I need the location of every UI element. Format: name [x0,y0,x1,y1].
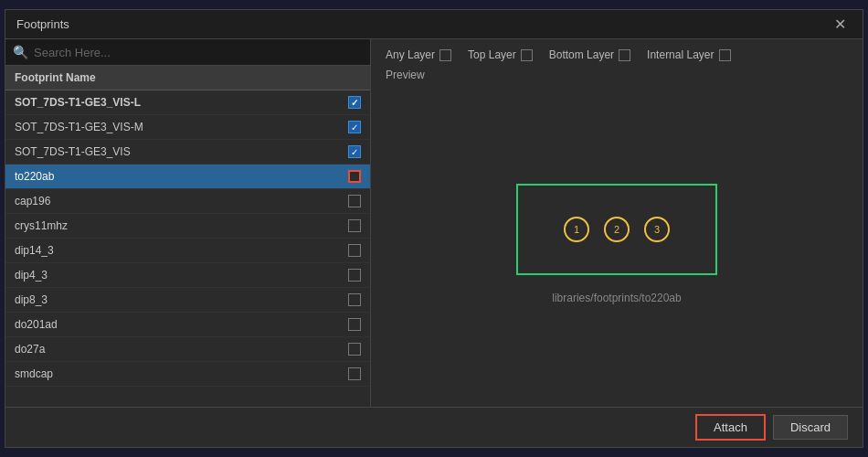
list-item[interactable]: SOT_7DS-T1-GE3_VIS-L [5,90,370,115]
list-item-name: do201ad [15,318,348,331]
list-item-checkbox[interactable] [348,367,361,380]
list-item[interactable]: SOT_7DS-T1-GE3_VIS-M [5,115,370,140]
list-item-checkbox[interactable] [348,219,361,232]
filter-item-bottom-layer: Bottom Layer [549,48,630,61]
pad-1: 1 [564,217,589,242]
list-item-name: crys11mhz [15,219,348,232]
filter-item-top-layer: Top Layer [468,48,533,61]
list-item-checkbox[interactable] [348,121,361,133]
list-item-name: dip14_3 [15,244,348,257]
footprints-dialog: Footprints ✕ 🔍 Footprint Name SOT_7DS-T1… [5,9,863,448]
close-button[interactable]: ✕ [829,16,852,34]
filter-checkbox-internal-layer[interactable] [719,49,731,61]
pad-3: 3 [644,217,670,242]
list-item-checkbox[interactable] [348,145,361,158]
preview-area: 123 libraries/footprints/to220ab [386,90,848,398]
list-item-name: smdcap [15,367,348,380]
filter-label-any-layer: Any Layer [386,48,435,61]
list-item[interactable]: smdcap [5,362,370,387]
search-input[interactable] [34,46,363,59]
list-item-checkbox[interactable] [348,195,361,207]
right-panel: Any LayerTop LayerBottom LayerInternal L… [371,39,863,407]
filter-item-any-layer: Any Layer [386,48,451,61]
list-item[interactable]: dip14_3 [5,239,370,263]
list-item-checkbox[interactable] [348,244,361,257]
list-item[interactable]: SOT_7DS-T1-GE3_VIS [5,140,370,165]
list-item-name: dip8_3 [15,293,348,306]
list-item-checkbox[interactable] [348,269,361,282]
list-item-name: dip4_3 [15,269,348,282]
list-item-name: SOT_7DS-T1-GE3_VIS-L [15,96,348,109]
filter-checkbox-bottom-layer[interactable] [619,49,630,61]
list-item-name: do27a [15,343,348,356]
list-item[interactable]: dip8_3 [5,288,370,313]
filter-label-internal-layer: Internal Layer [647,48,714,61]
list-item-name: SOT_7DS-T1-GE3_VIS [15,145,348,158]
bottom-bar: Attach Discard [5,407,863,447]
filter-item-internal-layer: Internal Layer [647,48,730,61]
filter-label-bottom-layer: Bottom Layer [549,48,614,61]
preview-label: Preview [386,69,848,81]
discard-button[interactable]: Discard [773,415,848,440]
list-item-name: cap196 [15,195,348,207]
list-item[interactable]: crys11mhz [5,214,370,239]
list-item[interactable]: to220ab [5,165,370,189]
dialog-title: Footprints [16,17,69,31]
attach-button[interactable]: Attach [695,414,766,441]
footprint-preview: 123 [516,184,717,275]
footprint-path: libraries/footprints/to220ab [552,292,681,304]
list-item-checkbox[interactable] [348,96,361,109]
filter-checkbox-top-layer[interactable] [521,49,533,61]
footprint-list[interactable]: SOT_7DS-T1-GE3_VIS-LSOT_7DS-T1-GE3_VIS-M… [5,90,370,407]
list-item-checkbox[interactable] [348,343,361,356]
pad-2: 2 [604,217,630,242]
search-bar: 🔍 [5,39,370,66]
list-item-name: to220ab [15,170,348,183]
title-bar: Footprints ✕ [5,10,863,39]
list-item[interactable]: do27a [5,337,370,362]
filter-row: Any LayerTop LayerBottom LayerInternal L… [386,48,848,61]
dialog-body: 🔍 Footprint Name SOT_7DS-T1-GE3_VIS-LSOT… [5,39,863,407]
pads-row: 123 [518,186,715,273]
list-item-checkbox[interactable] [348,318,361,331]
list-item[interactable]: cap196 [5,189,370,214]
column-header-name: Footprint Name [15,71,96,84]
list-item[interactable]: dip4_3 [5,263,370,288]
list-item-checkbox[interactable] [348,293,361,306]
filter-label-top-layer: Top Layer [468,48,516,61]
list-item-checkbox[interactable] [348,170,361,183]
list-item[interactable]: do201ad [5,313,370,337]
search-icon: 🔍 [13,45,28,59]
filter-checkbox-any-layer[interactable] [439,49,451,61]
list-item-name: SOT_7DS-T1-GE3_VIS-M [15,121,348,133]
table-header: Footprint Name [5,66,370,90]
left-panel: 🔍 Footprint Name SOT_7DS-T1-GE3_VIS-LSOT… [5,39,371,407]
